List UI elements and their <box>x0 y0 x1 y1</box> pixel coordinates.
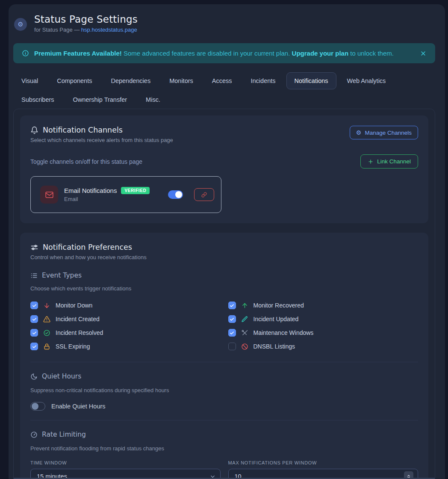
time-window-label: TIME WINDOW <box>30 460 221 465</box>
banner-middle: Some advanced features are disabled in y… <box>122 50 292 57</box>
event-row-monitor-recovered[interactable]: Monitor Recovered <box>228 299 419 312</box>
quiet-hours-toggle[interactable] <box>30 402 45 411</box>
checkbox[interactable] <box>228 315 236 323</box>
checkbox[interactable] <box>228 329 236 337</box>
toggle-knob <box>32 403 38 410</box>
crossed-tools-icon <box>241 329 248 337</box>
section-divider <box>30 420 418 420</box>
quiet-hours-heading: Quiet Hours <box>30 373 418 380</box>
tab-ownership-transfer[interactable]: Ownership Transfer <box>65 91 136 108</box>
checkbox[interactable] <box>228 343 236 350</box>
list-icon <box>30 272 38 279</box>
page-subtitle: for Status Page — hsp.hostedstatus.page <box>34 27 138 33</box>
banner-tail: to unlock them. <box>348 50 394 57</box>
lock-icon <box>43 343 50 350</box>
max-notifications-label: MAX NOTIFICATIONS PER WINDOW <box>228 460 419 465</box>
verified-badge: VERIFIED <box>121 187 150 194</box>
tab-misc[interactable]: Misc. <box>138 91 168 108</box>
event-types-subtitle: Choose which events trigger notification… <box>30 285 418 292</box>
tab-incidents[interactable]: Incidents <box>243 72 284 89</box>
gauge-icon <box>30 431 38 438</box>
status-page-settings-window: ⚙ Status Page Settings for Status Page —… <box>9 4 445 479</box>
channels-title: Notification Channels <box>43 126 123 134</box>
warning-triangle-icon <box>43 316 50 323</box>
toggle-knob <box>175 191 182 198</box>
event-row-monitor-down[interactable]: Monitor Down <box>30 299 221 312</box>
close-icon[interactable] <box>420 50 427 57</box>
channels-subtitle: Select which channels receive alerts fro… <box>30 137 173 143</box>
ban-icon <box>241 343 248 350</box>
checkbox[interactable] <box>30 343 38 350</box>
checkbox[interactable] <box>228 302 236 309</box>
event-row-ssl-expiring[interactable]: SSL Expiring <box>30 340 221 353</box>
time-window-field: TIME WINDOW 15 minutes <box>30 460 221 479</box>
arrow-down-icon <box>43 302 50 309</box>
event-types-heading: Event Types <box>30 272 418 279</box>
email-channel-card: Email Notifications VERIFIED Email <box>30 176 221 213</box>
notification-preferences-card: Notification Preferences Control when an… <box>20 233 428 479</box>
email-icon <box>40 186 58 204</box>
page-title: Status Page Settings <box>34 14 138 25</box>
channel-meta: Email Notifications VERIFIED Email <box>64 187 162 202</box>
quiet-hours-toggle-label: Enable Quiet Hours <box>51 403 106 410</box>
tab-components[interactable]: Components <box>49 72 100 89</box>
email-channel-toggle[interactable] <box>168 190 183 199</box>
channels-hint: Toggle channels on/off for this status p… <box>30 158 142 165</box>
info-icon <box>22 50 29 57</box>
event-row-incident-created[interactable]: Incident Created <box>30 312 221 326</box>
pencil-icon <box>241 316 248 323</box>
check-circle-icon <box>43 329 50 337</box>
upgrade-plan-link[interactable]: Upgrade your plan <box>292 50 349 57</box>
section-divider <box>30 362 418 362</box>
checkbox[interactable] <box>30 302 38 309</box>
checkbox[interactable] <box>30 329 38 337</box>
checkbox[interactable] <box>30 315 38 323</box>
banner-text: Premium Features Available! Some advance… <box>34 50 394 57</box>
manage-channels-button[interactable]: ⚙Manage Channels <box>350 126 418 139</box>
notification-channels-card: Notification Channels Select which chann… <box>20 115 428 223</box>
event-row-incident-updated[interactable]: Incident Updated <box>228 312 419 326</box>
preferences-title: Notification Preferences <box>43 243 132 251</box>
channels-heading: Notification Channels Select which chann… <box>30 126 173 143</box>
event-row-incident-resolved[interactable]: Incident Resolved <box>30 326 221 340</box>
moon-icon <box>30 373 38 380</box>
rate-limiting-subtitle: Prevent notification flooding from rapid… <box>30 445 418 452</box>
quiet-hours-subtitle: Suppress non-critical notifications duri… <box>30 387 418 393</box>
page-header: ⚙ Status Page Settings for Status Page —… <box>13 14 435 33</box>
chain-link-icon <box>201 192 207 198</box>
gear-icon: ⚙ <box>356 129 362 136</box>
event-row-maintenance-windows[interactable]: Maintenance Windows <box>228 326 419 340</box>
channel-name: Email Notifications <box>64 187 117 194</box>
notifications-panel: Notification Channels Select which chann… <box>13 109 435 479</box>
event-types-grid: Monitor Down Monitor Recovered Incident … <box>30 299 418 353</box>
tab-visual[interactable]: Visual <box>13 72 46 89</box>
tab-notifications[interactable]: Notifications <box>286 72 336 89</box>
max-notifications-field: MAX NOTIFICATIONS PER WINDOW 10 <box>228 460 419 479</box>
rate-limiting-form: TIME WINDOW 15 minutes MAX NOTIFICATIONS… <box>30 460 418 479</box>
tab-access[interactable]: Access <box>204 72 240 89</box>
settings-tabs: Visual Components Dependencies Monitors … <box>13 72 435 108</box>
rate-limiting-heading: Rate Limiting <box>30 431 418 438</box>
arrow-up-icon <box>241 302 248 309</box>
unlink-channel-button[interactable] <box>194 188 214 201</box>
preferences-subtitle: Control when and how you receive notific… <box>30 254 418 260</box>
header-text: Status Page Settings for Status Page — h… <box>34 14 138 33</box>
page-content: ⚙ Status Page Settings for Status Page —… <box>9 4 445 479</box>
plus-icon <box>368 159 374 165</box>
subtitle-prefix: for Status Page — <box>34 27 81 33</box>
tab-dependencies[interactable]: Dependencies <box>103 72 159 89</box>
channel-type: Email <box>64 196 162 202</box>
status-page-link[interactable]: hsp.hostedstatus.page <box>81 27 137 33</box>
gear-icon: ⚙ <box>14 18 27 31</box>
premium-banner: Premium Features Available! Some advance… <box>13 43 435 63</box>
tab-monitors[interactable]: Monitors <box>161 72 201 89</box>
sliders-icon <box>30 243 38 251</box>
event-row-dnsbl-listings[interactable]: DNSBL Listings <box>228 340 419 353</box>
link-channel-button[interactable]: Link Channel <box>360 154 418 169</box>
bell-icon <box>30 126 38 134</box>
banner-bold: Premium Features Available! <box>34 50 122 57</box>
tab-web-analytics[interactable]: Web Analytics <box>339 72 394 89</box>
tab-subscribers[interactable]: Subscribers <box>13 91 62 108</box>
